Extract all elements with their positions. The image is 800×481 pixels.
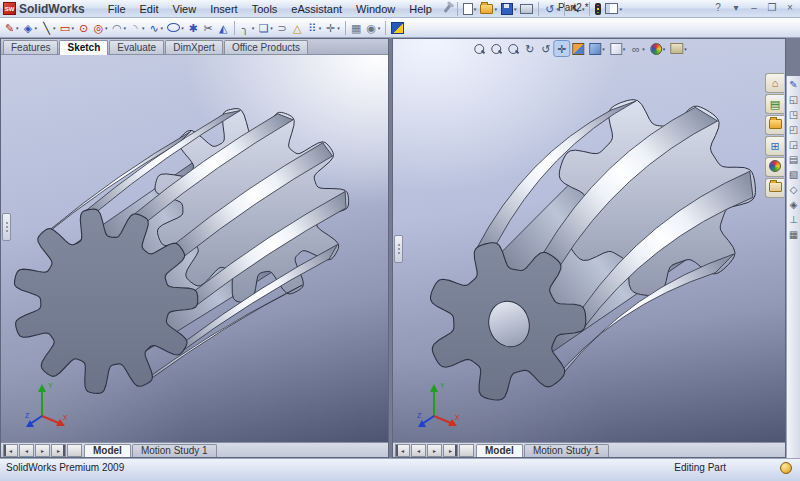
menu-view[interactable]: View bbox=[166, 1, 204, 17]
linear-pattern-icon[interactable]: ⠿▾ bbox=[305, 20, 324, 36]
dropdown-caret[interactable]: ▾ bbox=[619, 6, 622, 12]
zoom-fit-icon[interactable] bbox=[471, 41, 487, 56]
roll-view-icon[interactable]: ↺ bbox=[538, 41, 553, 56]
model-tab-first-button[interactable]: ◂ bbox=[395, 444, 410, 457]
tangent-arc-icon[interactable]: ◝▾ bbox=[128, 20, 147, 36]
dropdown-caret[interactable]: ▾ bbox=[514, 6, 517, 12]
tab-features[interactable]: Features bbox=[3, 40, 58, 54]
sketch-icon[interactable]: ✎▾ bbox=[2, 20, 21, 36]
restore-button[interactable]: ❐ bbox=[765, 1, 779, 14]
dropdown-caret[interactable]: ▾ bbox=[72, 25, 75, 31]
pan-icon[interactable]: ✛ bbox=[554, 41, 569, 56]
view-palette-icon[interactable]: ⊞ bbox=[770, 140, 781, 152]
save-icon[interactable]: ▾ bbox=[499, 1, 519, 17]
task-pane-tab[interactable] bbox=[765, 178, 784, 198]
model-tab-next-button[interactable]: ▸ bbox=[35, 444, 50, 457]
dropdown-caret[interactable]: ▾ bbox=[181, 25, 184, 31]
menu-tools[interactable]: Tools bbox=[245, 1, 285, 17]
model-tab-first-button[interactable]: ◂ bbox=[3, 444, 18, 457]
display-relations-icon[interactable]: △ bbox=[290, 20, 305, 36]
solidworks-resources-icon[interactable]: ⌂ bbox=[770, 77, 781, 89]
zoom-in-out-icon[interactable] bbox=[488, 41, 504, 56]
dropdown-caret[interactable]: ▾ bbox=[337, 25, 340, 31]
dropdown-caret[interactable]: ▾ bbox=[684, 46, 687, 52]
perimeter-circle-icon[interactable]: ◎▾ bbox=[91, 20, 110, 36]
dropdown-caret[interactable]: ▾ bbox=[270, 25, 273, 31]
tab-motion-study-1[interactable]: Motion Study 1 bbox=[524, 444, 609, 457]
rapid-sketch-icon[interactable]: ◉▾ bbox=[364, 20, 383, 36]
task-pane-tab[interactable]: ⌂ bbox=[765, 73, 784, 93]
tab-motion-study-1[interactable]: Motion Study 1 bbox=[132, 444, 217, 457]
spline-icon[interactable]: ∿▾ bbox=[147, 20, 166, 36]
trim-entities-icon[interactable]: ✂ bbox=[201, 20, 216, 36]
dropdown-caret[interactable]: ▾ bbox=[602, 46, 605, 52]
dropdown-caret[interactable]: ▾ bbox=[378, 25, 381, 31]
menu-pin-icon[interactable] bbox=[441, 1, 454, 17]
minimize-button[interactable]: – bbox=[747, 1, 761, 14]
open-icon[interactable]: ▾ bbox=[478, 1, 499, 17]
right-viewport[interactable]: ↻↺✛▾▾∞▾▾▾ ⌂▤⊞ Y X Z bbox=[393, 39, 785, 442]
task-pane-tab[interactable]: ▤ bbox=[765, 94, 784, 114]
section-view-icon[interactable] bbox=[570, 41, 586, 56]
dropdown-caret[interactable]: ▾ bbox=[35, 25, 38, 31]
top-view-icon[interactable]: ▤ bbox=[788, 153, 799, 167]
point-icon[interactable]: ✱ bbox=[186, 20, 201, 36]
menu-help[interactable]: Help bbox=[402, 1, 439, 17]
rebuild-icon[interactable] bbox=[593, 1, 603, 17]
task-pane-tab[interactable] bbox=[765, 157, 784, 177]
design-library-icon[interactable]: ▤ bbox=[770, 98, 781, 110]
dropdown-caret[interactable]: ▾ bbox=[16, 25, 19, 31]
view-orientation-icon[interactable]: ▾ bbox=[587, 41, 607, 56]
model-tab-next-button[interactable]: ▸ bbox=[427, 444, 442, 457]
dropdown-caret[interactable]: ▾ bbox=[623, 46, 626, 52]
tab-evaluate[interactable]: Evaluate bbox=[109, 40, 164, 54]
smart-dimension-icon[interactable]: ◈▾ bbox=[21, 20, 40, 36]
task-pane-tab[interactable] bbox=[765, 115, 784, 135]
ellipse-icon[interactable]: ▾ bbox=[165, 20, 186, 36]
model-tab-prev-button[interactable]: ◂ bbox=[411, 444, 426, 457]
dropdown-caret[interactable]: ▾ bbox=[53, 25, 56, 31]
dropdown-caret[interactable]: ▾ bbox=[252, 25, 255, 31]
model-tab-prev-button[interactable]: ◂ bbox=[19, 444, 34, 457]
appearances-icon[interactable]: ▾ bbox=[648, 41, 668, 56]
menu-insert[interactable]: Insert bbox=[203, 1, 245, 17]
rectangle-icon[interactable]: ▭▾ bbox=[58, 20, 77, 36]
tab-sketch[interactable]: Sketch bbox=[59, 40, 108, 55]
back-view-icon[interactable]: ◳ bbox=[788, 108, 799, 122]
featuremanager-splitter[interactable] bbox=[2, 213, 11, 241]
isometric-view-icon[interactable]: ◇ bbox=[788, 183, 799, 197]
tab-model[interactable]: Model bbox=[84, 444, 131, 457]
front-view-icon[interactable]: ◱ bbox=[788, 93, 799, 107]
model-tab-splitter[interactable] bbox=[459, 444, 474, 457]
convert-entities-icon[interactable]: ❏▾ bbox=[256, 20, 275, 36]
custom-properties-icon[interactable] bbox=[769, 182, 782, 194]
task-pane-tab[interactable]: ⊞ bbox=[765, 136, 784, 156]
display-style-icon[interactable]: ▾ bbox=[608, 41, 628, 56]
dropdown-caret[interactable]: ▾ bbox=[161, 25, 164, 31]
menu-edit[interactable]: Edit bbox=[133, 1, 166, 17]
normal-to-icon[interactable]: ⊥ bbox=[788, 213, 799, 227]
dropdown-caret[interactable]: ▾ bbox=[319, 25, 322, 31]
circle-icon[interactable]: ⊙ bbox=[76, 20, 91, 36]
tab-office-products[interactable]: Office Products bbox=[224, 40, 308, 54]
line-icon[interactable]: ╲▾ bbox=[39, 20, 58, 36]
zoom-area-icon[interactable] bbox=[505, 41, 521, 56]
rotate-view-icon[interactable]: ↻ bbox=[522, 41, 537, 56]
dropdown-caret[interactable]: ▾ bbox=[124, 25, 127, 31]
help-button[interactable]: ? bbox=[711, 1, 725, 14]
mirror-entities-icon[interactable]: ◭ bbox=[216, 20, 231, 36]
menu-window[interactable]: Window bbox=[349, 1, 402, 17]
tab-dimxpert[interactable]: DimXpert bbox=[165, 40, 223, 54]
tab-model[interactable]: Model bbox=[476, 444, 523, 457]
model-tab-last-button[interactable]: ▸ bbox=[443, 444, 458, 457]
quick-tips-icon[interactable] bbox=[780, 462, 792, 474]
bottom-view-icon[interactable]: ▧ bbox=[788, 168, 799, 182]
hide-show-items-icon[interactable]: ∞▾ bbox=[628, 41, 647, 56]
model-tab-last-button[interactable]: ▸ bbox=[51, 444, 66, 457]
centerpoint-arc-icon[interactable]: ◠▾ bbox=[110, 20, 129, 36]
instant3d-icon[interactable]: ▦ bbox=[349, 20, 364, 36]
dropdown-caret[interactable]: ▾ bbox=[642, 46, 645, 52]
model-tab-splitter[interactable] bbox=[67, 444, 82, 457]
help-caret[interactable]: ▾ bbox=[729, 1, 743, 14]
left-viewport[interactable]: Y X Z bbox=[1, 55, 388, 442]
